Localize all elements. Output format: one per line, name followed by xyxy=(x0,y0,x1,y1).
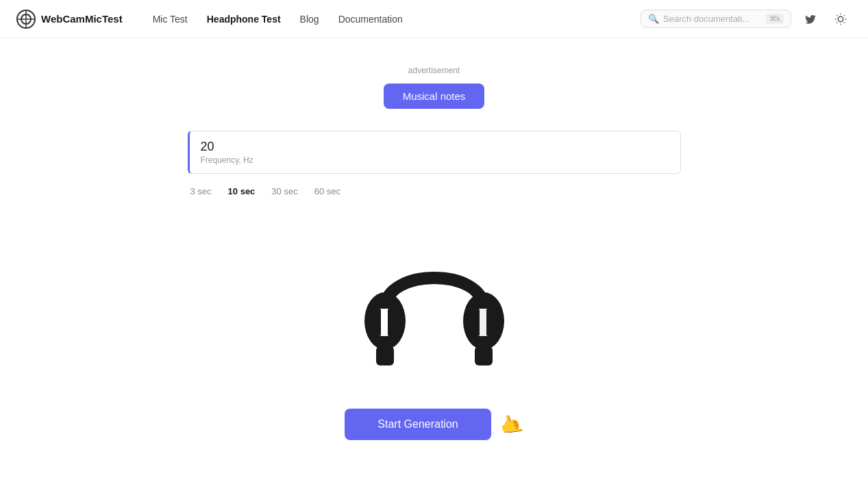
duration-selector: 3 sec 10 sec 30 sec 60 sec xyxy=(188,185,681,198)
ad-label: advertisement xyxy=(408,66,460,75)
svg-line-8 xyxy=(844,22,845,23)
search-kbd: ⌘k xyxy=(766,14,784,24)
headphone-illustration xyxy=(352,220,517,387)
main-content: advertisement Musical notes 20 Frequency… xyxy=(0,38,868,440)
twitter-icon-button[interactable] xyxy=(799,8,821,30)
search-icon: 🔍 xyxy=(648,14,659,24)
nav-blog[interactable]: Blog xyxy=(292,10,327,29)
svg-rect-21 xyxy=(486,309,489,336)
nav-headphone-test[interactable]: Headphone Test xyxy=(199,10,289,29)
frequency-container: 20 Frequency, Hz xyxy=(188,131,681,174)
svg-rect-23 xyxy=(475,346,493,365)
twitter-icon xyxy=(804,13,817,25)
duration-3sec[interactable]: 3 sec xyxy=(188,185,214,198)
nav-links: Mic Test Headphone Test Blog Documentati… xyxy=(145,10,641,29)
svg-rect-22 xyxy=(376,346,394,365)
svg-point-4 xyxy=(838,16,843,22)
theme-icon xyxy=(834,13,847,25)
cursor-emoji: 🤙 xyxy=(496,410,526,439)
svg-rect-16 xyxy=(388,309,390,336)
svg-rect-20 xyxy=(477,309,480,336)
logo-icon xyxy=(16,10,36,29)
theme-toggle-button[interactable] xyxy=(830,8,852,30)
svg-rect-19 xyxy=(480,309,486,336)
start-generation-button[interactable]: Start Generation xyxy=(345,409,491,440)
svg-line-12 xyxy=(844,15,845,16)
duration-10sec[interactable]: 10 sec xyxy=(225,185,258,198)
navbar: WebCamMicTest Mic Test Headphone Test Bl… xyxy=(0,0,868,38)
nav-mic-test[interactable]: Mic Test xyxy=(145,10,196,29)
svg-line-7 xyxy=(836,15,837,16)
start-section: Start Generation 🤙 xyxy=(345,409,523,440)
search-placeholder: Search documentati... xyxy=(663,14,749,24)
svg-line-11 xyxy=(836,22,837,23)
frequency-value[interactable]: 20 xyxy=(201,140,669,154)
site-logo[interactable]: WebCamMicTest xyxy=(16,10,123,29)
svg-rect-15 xyxy=(378,309,381,336)
duration-60sec[interactable]: 60 sec xyxy=(312,185,343,198)
frequency-label: Frequency, Hz xyxy=(201,155,669,165)
search-box[interactable]: 🔍 Search documentati... ⌘k xyxy=(641,10,791,28)
nav-documentation[interactable]: Documentation xyxy=(330,10,411,29)
duration-30sec[interactable]: 30 sec xyxy=(269,185,300,198)
musical-notes-button[interactable]: Musical notes xyxy=(384,84,485,109)
ad-section: advertisement Musical notes xyxy=(384,66,485,109)
logo-text: WebCamMicTest xyxy=(41,13,123,25)
headphone-svg xyxy=(352,220,517,384)
nav-right: 🔍 Search documentati... ⌘k xyxy=(641,8,852,30)
